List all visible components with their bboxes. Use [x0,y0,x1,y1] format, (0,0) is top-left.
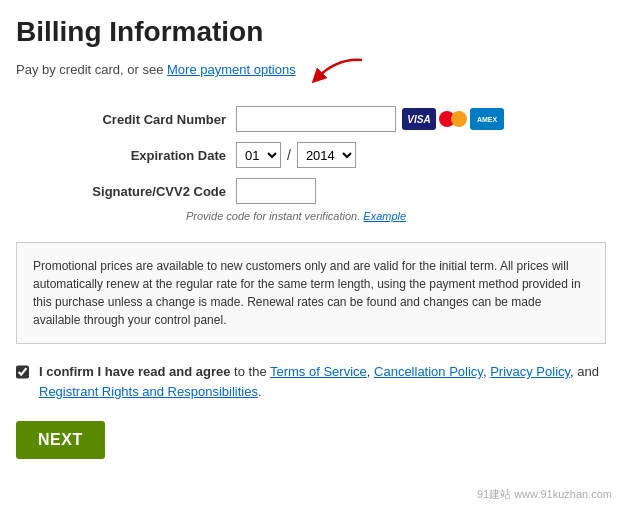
cvv-input[interactable] [236,178,316,204]
agreement-checkbox[interactable] [16,364,29,380]
agreement-row: I confirm I have read and agree to the T… [16,362,606,401]
visa-icon: VISA [402,108,436,130]
billing-form: Credit Card Number VISA AMEX Expiration … [16,106,606,222]
amex-icon: AMEX [470,108,504,130]
registrant-rights-link[interactable]: Registrant Rights and Responsibilities [39,384,258,399]
expiration-row: Expiration Date 01 02 03 04 05 06 07 08 … [16,142,606,168]
cvv-field-area [236,178,316,204]
cc-icons: VISA AMEX [402,108,504,130]
promo-text: Promotional prices are available to new … [33,259,581,327]
promo-box: Promotional prices are available to new … [16,242,606,344]
expiration-separator: / [287,147,291,163]
credit-card-label: Credit Card Number [76,112,236,127]
terms-of-service-link[interactable]: Terms of Service [270,364,367,379]
mastercard-icon [439,108,467,130]
subtitle: Pay by credit card, or see More payment … [16,56,606,86]
cvv-row: Signature/CVV2 Code [16,178,606,204]
next-button[interactable]: NEXT [16,421,105,459]
privacy-policy-link[interactable]: Privacy Policy [490,364,570,379]
agreement-bold: I confirm I have read and agree [39,364,230,379]
expiration-month-select[interactable]: 01 02 03 04 05 06 07 08 09 10 11 12 [236,142,281,168]
agreement-text: I confirm I have read and agree to the T… [39,362,606,401]
credit-card-input[interactable] [236,106,396,132]
cvv-label: Signature/CVV2 Code [76,184,236,199]
cvv-hint: Provide code for instant verification. E… [16,210,606,222]
expiration-year-select[interactable]: 2014 2015 2016 2017 2018 2019 2020 [297,142,356,168]
expiration-label: Expiration Date [76,148,236,163]
red-arrow-icon [307,56,367,86]
more-payment-options-link[interactable]: More payment options [167,62,296,77]
cvv-example-link[interactable]: Example [363,210,406,222]
cancellation-policy-link[interactable]: Cancellation Policy [374,364,483,379]
expiration-field-area: 01 02 03 04 05 06 07 08 09 10 11 12 / 20… [236,142,356,168]
subtitle-text: Pay by credit card, or see [16,62,167,77]
credit-card-row: Credit Card Number VISA AMEX [16,106,606,132]
page-title: Billing Information [16,16,606,48]
credit-card-field-area: VISA AMEX [236,106,504,132]
